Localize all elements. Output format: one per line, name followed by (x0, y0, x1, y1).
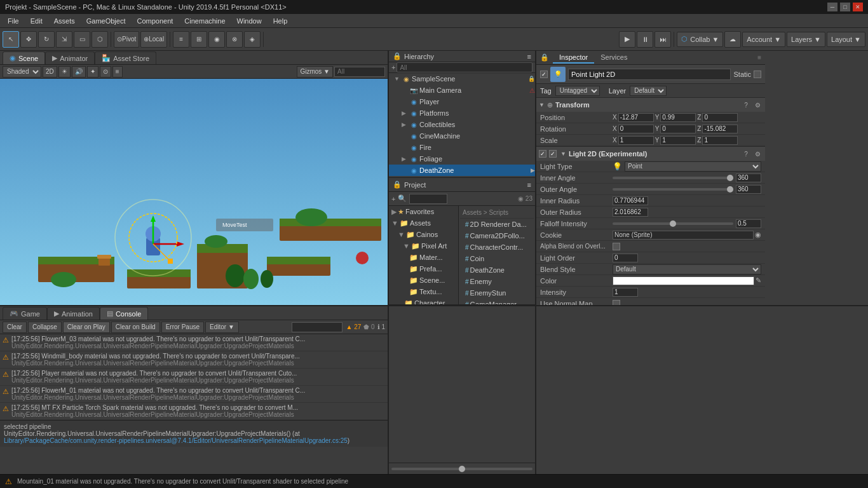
script-2drenderer[interactable]: # 2D Renderer Da... (460, 219, 534, 230)
script-enemy[interactable]: # Enemy (460, 276, 534, 287)
outerangle-input[interactable] (736, 185, 761, 194)
innerangle-input[interactable] (736, 173, 761, 182)
project-search-input[interactable] (409, 194, 447, 204)
outerradius-input[interactable] (613, 208, 648, 217)
close-button[interactable]: ✕ (853, 3, 863, 11)
position-x-input[interactable] (618, 113, 654, 122)
light2d-active-checkbox[interactable] (549, 150, 557, 158)
rotation-z-input[interactable] (702, 125, 738, 133)
hierarchy-item-collectibles[interactable]: ▶ ◉ Collectibles (389, 119, 535, 130)
script-gamemanager[interactable]: # GameManager (460, 299, 534, 304)
console-search-input[interactable] (292, 322, 342, 332)
vfx-button[interactable]: ✦ (87, 66, 98, 78)
tool-move[interactable]: ✥ (20, 31, 37, 48)
hierarchy-item-samplescene[interactable]: ▼ ◉ SampleScene 🔒 (389, 73, 535, 85)
menu-component[interactable]: Component (132, 16, 178, 26)
hierarchy-search-input[interactable] (397, 62, 532, 72)
light2d-help-btn[interactable]: ? (741, 149, 751, 159)
cloud-button[interactable]: ☁ (724, 31, 741, 48)
lightorder-input[interactable] (613, 254, 638, 262)
pivot-button[interactable]: ⊙ Pivot (114, 31, 139, 48)
hierarchy-item-foliage[interactable]: ▶ ◉ Foliage (389, 153, 535, 165)
error-pause-button[interactable]: Error Pause (161, 322, 204, 333)
local-button[interactable]: ⊕ Local (140, 31, 167, 48)
step-button[interactable]: ⏭ (654, 31, 671, 48)
assets-root-item[interactable]: ▼ 📁 Assets (389, 217, 458, 229)
mater-item[interactable]: 📁 Mater... (389, 252, 458, 263)
layer-select[interactable]: Default (630, 86, 667, 96)
hierarchy-item-platforms[interactable]: ▶ ◉ Platforms (389, 107, 535, 119)
layers-button[interactable]: Layers ▼ (787, 32, 825, 47)
console-log-5[interactable]: ⚠ [17:25:56] MT FX Particle Torch Spark … (0, 403, 388, 420)
project-menu-icon[interactable]: ≡ (527, 181, 531, 189)
hierarchy-item-tree[interactable]: ◉ Tree (389, 176, 535, 177)
transform-header[interactable]: ▼ ⊕ Transform ? ⚙ (536, 98, 765, 112)
obj-name-input[interactable] (568, 69, 731, 80)
pixelart-item[interactable]: ▼ 📁 Pixel Art (389, 240, 458, 252)
tab-scene[interactable]: ◉ Scene (3, 51, 45, 64)
shaded-select[interactable]: Shaded (3, 66, 41, 78)
hierarchy-item-maincamera[interactable]: 📷 Main Camera ⚠ (389, 85, 535, 96)
scene-settings[interactable]: ≡ (112, 66, 123, 78)
menu-assets[interactable]: Assets (49, 16, 80, 26)
hierarchy-item-deathzone[interactable]: ◉ DeathZone ▶ (389, 165, 535, 176)
falloff-slider[interactable] (613, 222, 733, 225)
cookie-input[interactable] (613, 231, 754, 240)
inspector-menu[interactable]: ≡ (757, 54, 761, 61)
falloff-input[interactable] (736, 219, 761, 228)
project-zoom-slider[interactable] (391, 468, 532, 470)
collab-button[interactable]: ⬡ Collab ▼ (677, 32, 723, 47)
menu-gameobject[interactable]: GameObject (81, 16, 131, 26)
favorites-item[interactable]: ▶ ★ Favorites (389, 206, 458, 217)
hierarchy-item-cinemachine[interactable]: ◉ CineMachine (389, 130, 535, 142)
textu-item[interactable]: 📁 Textu... (389, 286, 458, 297)
script-camera2d[interactable]: # Camera2DFollo... (460, 230, 534, 241)
hierarchy-add-icon[interactable]: + (391, 64, 395, 71)
pause-button[interactable]: ⏸ (637, 31, 653, 48)
rotation-y-input[interactable] (660, 125, 696, 133)
hierarchy-item-player[interactable]: ◉ Player (389, 96, 535, 107)
light2d-settings-btn[interactable]: ⚙ (752, 149, 763, 159)
menu-edit[interactable]: Edit (25, 16, 48, 26)
character-item[interactable]: 📁 Character (389, 297, 458, 304)
tab-asset-store[interactable]: 🏪 Asset Store (95, 51, 156, 64)
clear-on-play-button[interactable]: Clear on Play (63, 322, 110, 333)
scale-x-input[interactable] (618, 136, 654, 145)
hiddenobj-button[interactable]: ⊙ (100, 66, 111, 78)
light2d-header[interactable]: ▼ Light 2D (Experimental) ? ⚙ (536, 147, 765, 161)
static-checkbox[interactable] (754, 71, 761, 78)
innerradius-input[interactable] (613, 196, 648, 205)
usenormalmap-checkbox[interactable] (613, 300, 620, 306)
script-character[interactable]: # CharacterContr... (460, 241, 534, 253)
editor-dropdown[interactable]: Editor ▼ (205, 322, 239, 333)
tool-scale[interactable]: ⇲ (56, 31, 72, 48)
console-link[interactable]: Library/PackageCache/com.unity.render-pi… (4, 437, 348, 444)
tool-select[interactable]: ↖ (3, 31, 19, 48)
scene-search-input[interactable] (334, 67, 385, 77)
account-button[interactable]: Account ▼ (742, 32, 785, 47)
scene-folder-item[interactable]: 📁 Scene... (389, 274, 458, 286)
project-add-icon[interactable]: + (391, 195, 395, 203)
position-z-input[interactable] (702, 113, 738, 122)
outerangle-slider[interactable] (613, 188, 733, 191)
console-log-2[interactable]: ⚠ [17:25:56] Windmill_body material was … (0, 351, 388, 369)
alphablend-checkbox[interactable] (613, 243, 620, 250)
snap-btn3[interactable]: ◉ (208, 31, 225, 48)
tab-animator[interactable]: ▶ Animator (45, 51, 95, 64)
active-checkbox[interactable] (540, 71, 548, 78)
menu-cinemachine[interactable]: Cinemachine (179, 16, 230, 26)
layout-button[interactable]: Layout ▼ (827, 32, 865, 47)
intensity-input[interactable] (613, 288, 638, 297)
clear-button[interactable]: Clear (3, 322, 27, 333)
console-log-3[interactable]: ⚠ [17:25:56] Player material was not upg… (0, 369, 388, 386)
tab-animation[interactable]: ▶ Animation (47, 307, 100, 320)
prefa-item[interactable]: 📁 Prefa... (389, 263, 458, 274)
minimize-button[interactable]: ─ (827, 3, 837, 11)
collapse-button[interactable]: Collapse (28, 322, 62, 333)
snap-btn5[interactable]: ◈ (244, 31, 261, 48)
script-coin[interactable]: # Coin (460, 253, 534, 264)
tool-rotate[interactable]: ↻ (38, 31, 55, 48)
script-deathzone[interactable]: # DeathZone (460, 264, 534, 276)
hierarchy-item-fire[interactable]: ◉ Fire (389, 142, 535, 153)
scale-z-input[interactable] (702, 136, 738, 145)
